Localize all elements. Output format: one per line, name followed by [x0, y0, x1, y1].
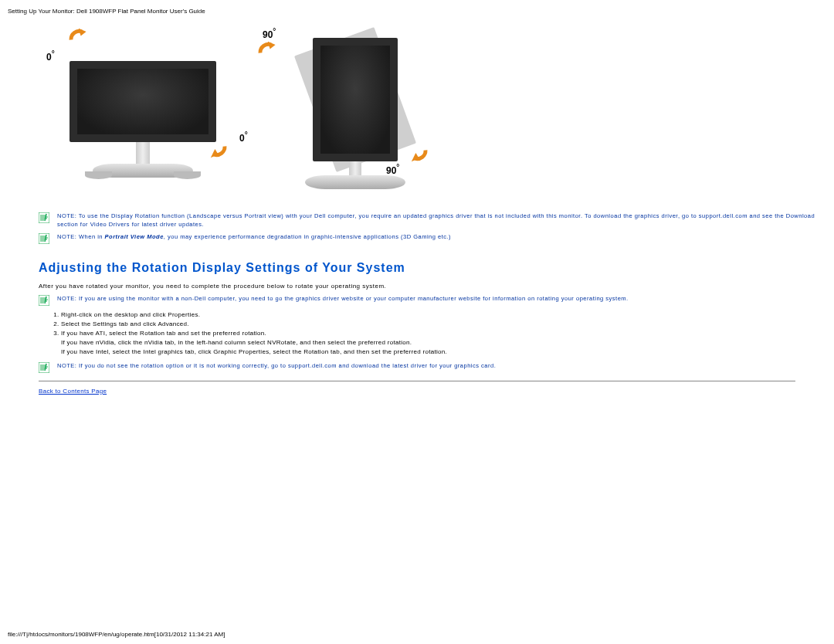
step-item: Right-click on the desktop and click Pro…: [61, 310, 826, 320]
degree-label-90: 90°: [386, 163, 399, 176]
step-item: If you have ATI, select the Rotation tab…: [61, 329, 826, 357]
rotation-arrow-icon: [409, 142, 431, 164]
section-heading: Adjusting the Rotation Display Settings …: [39, 261, 826, 275]
rotation-arrow-icon: [66, 26, 87, 48]
note-icon: [39, 362, 49, 373]
svg-rect-5: [39, 233, 49, 244]
note-icon: [39, 295, 49, 306]
note-text: NOTE: If you are using the monitor with …: [57, 294, 826, 303]
svg-rect-6: [39, 295, 49, 306]
rotation-diagram: 0° 0° 90° 90°: [39, 22, 440, 196]
divider: [39, 381, 795, 381]
back-to-contents-link[interactable]: Back to Contents Page: [39, 388, 107, 395]
degree-label-90: 90°: [263, 27, 276, 40]
intro-text: After you have rotated your monitor, you…: [39, 283, 826, 290]
monitor-landscape-icon: [70, 61, 216, 187]
note-icon: [39, 233, 49, 244]
note-row: NOTE: To use the Display Rotation functi…: [39, 212, 826, 229]
note-row: NOTE: If you are using the monitor with …: [39, 294, 826, 306]
rotation-arrow-icon: [208, 138, 230, 160]
note-icon: [39, 212, 49, 223]
note-text: NOTE: To use the Display Rotation functi…: [57, 212, 826, 229]
degree-label-0: 0°: [239, 130, 248, 144]
svg-marker-2: [268, 42, 276, 49]
svg-rect-4: [39, 212, 49, 223]
note-row: NOTE: If you do not see the rotation opt…: [39, 361, 826, 373]
steps-list: Right-click on the desktop and click Pro…: [50, 310, 826, 357]
svg-rect-7: [39, 362, 49, 373]
svg-marker-0: [79, 29, 86, 36]
note-text: NOTE: If you do not see the rotation opt…: [57, 361, 826, 370]
rotation-arrow-icon: [255, 39, 276, 61]
note-text: NOTE: When in Portrait View Mode, you ma…: [57, 232, 826, 241]
page-header: Setting Up Your Monitor: Dell 1908WFP Fl…: [8, 8, 826, 15]
step-item: Select the Settings tab and click Advanc…: [61, 320, 826, 329]
degree-label-0: 0°: [46, 49, 55, 63]
note-row: NOTE: When in Portrait View Mode, you ma…: [39, 232, 826, 244]
